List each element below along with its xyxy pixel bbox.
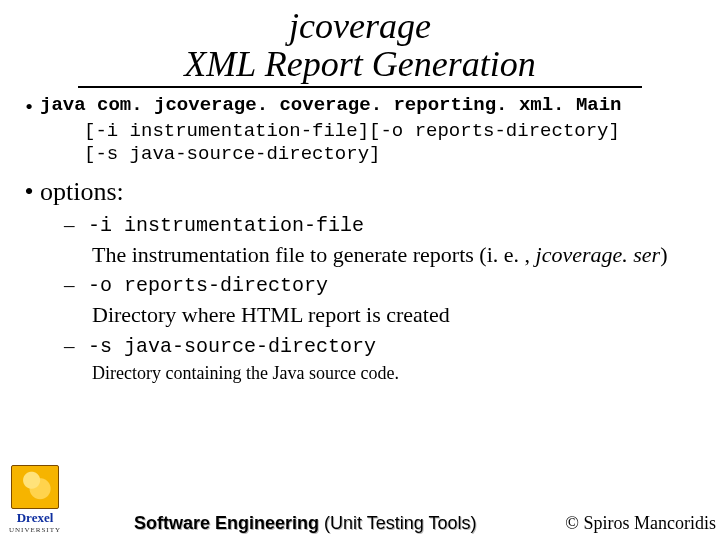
footer-center: Software Engineering (Unit Testing Tools… xyxy=(64,513,565,534)
option-flag: -s java-source-directory xyxy=(88,334,376,359)
logo-subtitle: UNIVERSITY xyxy=(6,526,64,534)
dragon-icon xyxy=(11,465,59,509)
dash-icon: – xyxy=(64,213,88,238)
option-description: Directory where HTML report is created xyxy=(92,302,702,327)
option-desc-em: jcoverage. ser xyxy=(536,242,661,267)
options-label: options: xyxy=(40,177,124,207)
command-args-1: [-i instrumentation-file][-o reports-dir… xyxy=(84,120,702,144)
option-item: – -o reports-directory xyxy=(64,273,702,298)
option-description: Directory containing the Java source cod… xyxy=(92,363,702,384)
options-heading: • options: xyxy=(18,177,702,207)
title-line-2: XML Report Generation xyxy=(78,46,642,84)
option-item: – -s java-source-directory xyxy=(64,334,702,359)
option-desc-text: The instrumentation file to generate rep… xyxy=(92,242,536,267)
title-line-1: jcoverage xyxy=(78,8,642,46)
slide-footer: Drexel UNIVERSITY Software Engineering (… xyxy=(0,465,720,534)
dash-icon: – xyxy=(64,334,88,359)
dash-icon: – xyxy=(64,273,88,298)
slide-title: jcoverage XML Report Generation xyxy=(78,8,642,88)
option-flag: -i instrumentation-file xyxy=(88,213,364,238)
option-desc-text: Directory where HTML report is created xyxy=(92,302,450,327)
footer-course-bold: Software Engineering xyxy=(134,513,324,533)
footer-copyright: © Spiros Mancoridis xyxy=(565,513,720,534)
logo-name: Drexel xyxy=(6,510,64,526)
bullet-dot-icon: • xyxy=(18,177,40,207)
option-item: – -i instrumentation-file xyxy=(64,213,702,238)
command-args-2: [-s java-source-directory] xyxy=(84,143,702,167)
command-main: java com. jcoverage. coverage. reporting… xyxy=(40,94,622,120)
bullet-dot-icon: • xyxy=(18,94,40,120)
option-description: The instrumentation file to generate rep… xyxy=(92,242,702,267)
footer-course-rest: (Unit Testing Tools) xyxy=(324,513,476,533)
option-desc-post: ) xyxy=(660,242,667,267)
option-desc-text: Directory containing the Java source cod… xyxy=(92,363,399,383)
option-flag: -o reports-directory xyxy=(88,273,328,298)
drexel-logo: Drexel UNIVERSITY xyxy=(6,465,64,534)
command-bullet: • java com. jcoverage. coverage. reporti… xyxy=(18,94,702,120)
